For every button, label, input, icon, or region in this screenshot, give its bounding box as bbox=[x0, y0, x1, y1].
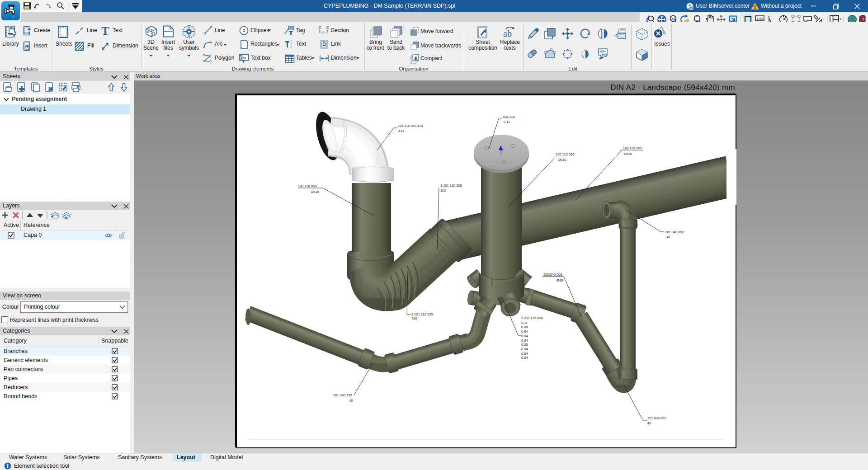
svg-text:0.05: 0.05 bbox=[521, 325, 528, 329]
svg-text:0.04: 0.04 bbox=[521, 356, 528, 360]
svg-text:0.05: 0.05 bbox=[521, 343, 528, 347]
svg-text:0.04: 0.04 bbox=[521, 347, 528, 351]
svg-text:0 04: 0 04 bbox=[521, 334, 528, 338]
svg-text:100.110.058.: 100.110.058. bbox=[556, 152, 575, 156]
svg-text:110: 110 bbox=[440, 188, 446, 193]
svg-text:0.11: 0.11 bbox=[521, 321, 528, 325]
svg-text:408.110: 408.110 bbox=[503, 115, 515, 119]
svg-text:201 040 135: 201 040 135 bbox=[333, 393, 352, 397]
svg-text:0.11: 0.11 bbox=[398, 129, 404, 133]
svg-text:1 101 110 135: 1 101 110 135 bbox=[411, 312, 433, 316]
svg-text:9.237.110.004: 9.237.110.004 bbox=[521, 316, 542, 320]
svg-text:40: 40 bbox=[666, 235, 670, 239]
svg-text:Ø40: Ø40 bbox=[557, 278, 563, 282]
svg-text:0.04: 0.04 bbox=[521, 352, 528, 356]
svg-text:0 04: 0 04 bbox=[521, 338, 528, 343]
svg-text:40: 40 bbox=[647, 421, 651, 425]
svg-text:100 110 058: 100 110 058 bbox=[623, 146, 642, 150]
svg-text:Ø110: Ø110 bbox=[624, 152, 632, 156]
svg-text:x2: x2 bbox=[671, 17, 675, 21]
svg-text:1 101 110 135: 1 101 110 135 bbox=[440, 183, 462, 188]
svg-text:200.040.068: 200.040.068 bbox=[543, 273, 562, 277]
svg-text:0 04: 0 04 bbox=[521, 329, 528, 334]
svg-text:S: S bbox=[326, 25, 329, 30]
svg-text:Ø110: Ø110 bbox=[311, 190, 319, 194]
svg-text:Ø110: Ø110 bbox=[558, 158, 566, 162]
svg-text:201.040.092: 201.040.092 bbox=[665, 230, 684, 234]
svg-text:0 11: 0 11 bbox=[504, 120, 510, 124]
svg-text:1.00: 1.00 bbox=[757, 17, 764, 21]
svg-text:125.110.092.110: 125.110.092.110 bbox=[398, 124, 423, 128]
svg-text:S: S bbox=[318, 25, 321, 30]
svg-text:?: ? bbox=[862, 17, 865, 22]
svg-text:ab: ab bbox=[503, 28, 512, 38]
svg-text:100 110 058: 100 110 058 bbox=[298, 184, 316, 188]
svg-text:40: 40 bbox=[349, 399, 353, 403]
svg-text:201 040 092: 201 040 092 bbox=[647, 416, 666, 420]
svg-text:110: 110 bbox=[412, 316, 417, 320]
